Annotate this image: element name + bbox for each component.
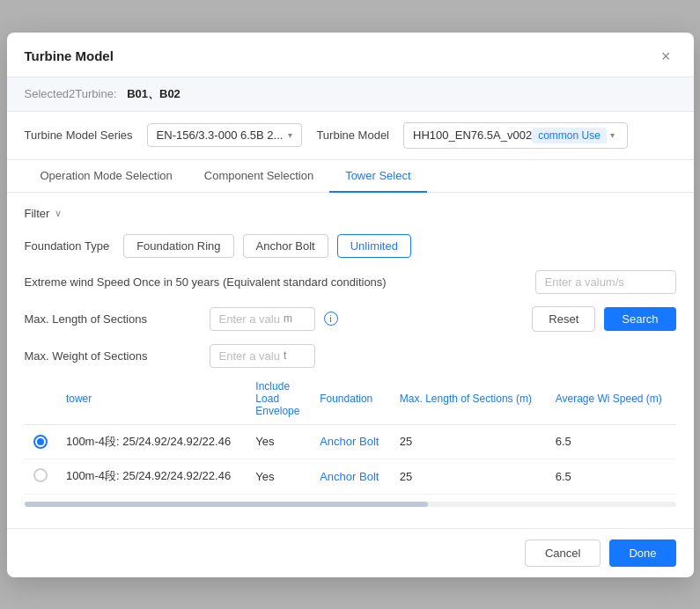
filter-label: Filter	[25, 207, 50, 220]
dialog-header: Turbine Model ×	[7, 33, 694, 77]
tabs: Operation Mode Selection Component Selec…	[7, 160, 694, 193]
turbine-model-series-select[interactable]: EN-156/3.3-000 6.5B 2... ▾	[147, 123, 303, 147]
selected-turbine-value: B01、B02	[127, 87, 181, 100]
tab-component[interactable]: Component Selection	[188, 160, 329, 193]
results-table: tower IncludeLoadEnvelope Foundation Max…	[25, 373, 676, 495]
turbine-model-series-value: EN-156/3.3-000 6.5B 2...	[157, 128, 284, 142]
turbine-model-select[interactable]: HH100_EN76.5A_v002 common Use ▾	[403, 122, 628, 149]
max-length-placeholder: Enter a valu	[219, 312, 280, 326]
common-use-badge: common Use	[532, 128, 607, 143]
max-weight-row: Max. Weight of Sections Enter a valu t	[25, 344, 676, 368]
tab-operation[interactable]: Operation Mode Selection	[25, 160, 188, 193]
wind-speed-placeholder: Enter a valum/s	[545, 275, 624, 289]
col-tower: tower	[57, 373, 247, 425]
turbine-model-series-label: Turbine Model Series	[25, 128, 133, 142]
max-weight-label: Max. Weight of Sections	[25, 349, 201, 363]
row1-include-load: Yes	[247, 424, 311, 459]
turbine-model-label: Turbine Model	[316, 128, 389, 142]
row2-max-length: 25	[391, 459, 547, 494]
anchor-bolt-button[interactable]: Anchor Bolt	[243, 234, 328, 258]
col-include-load: IncludeLoadEnvelope	[247, 373, 311, 425]
max-weight-unit: t	[284, 349, 286, 362]
wind-speed-input[interactable]: Enter a valum/s	[535, 270, 676, 294]
col-foundation: Foundation	[311, 373, 391, 425]
row2-include-load: Yes	[247, 459, 311, 494]
row1-radio[interactable]	[33, 435, 48, 449]
wind-speed-row: Extreme wind Speed Once in 50 years (Equ…	[25, 270, 676, 294]
filter-chevron-icon: ∨	[55, 208, 62, 219]
tower-select-content: Filter ∨ Foundation Type Foundation Ring…	[7, 193, 694, 528]
filter-bar[interactable]: Filter ∨	[25, 207, 676, 220]
row1-radio-cell[interactable]	[25, 424, 57, 459]
col-radio	[25, 373, 57, 425]
cancel-button[interactable]: Cancel	[525, 539, 601, 567]
row1-foundation: Anchor Bolt	[311, 424, 391, 459]
foundation-type-label: Foundation Type	[25, 239, 110, 253]
unlimited-button[interactable]: Unlimited	[337, 234, 411, 258]
foundation-type-row: Foundation Type Foundation Ring Anchor B…	[25, 234, 676, 258]
max-length-search-row: Max. Length of Sections Enter a valu m i…	[25, 306, 676, 332]
selected-turbine-bar: Selected2Turbine: B01、B02	[7, 77, 694, 112]
turbine-model-value: HH100_EN76.5A_v002	[413, 128, 532, 142]
tab-tower[interactable]: Tower Select	[329, 160, 426, 193]
row2-radio[interactable]	[33, 468, 48, 482]
horizontal-scrollbar[interactable]	[25, 502, 676, 507]
max-length-unit: m	[284, 312, 292, 325]
row2-tower: 100m-4段: 25/24.92/24.92/22.46	[57, 459, 247, 494]
search-button[interactable]: Search	[604, 307, 675, 331]
wind-speed-label: Extreme wind Speed Once in 50 years (Equ…	[25, 275, 527, 289]
max-weight-placeholder: Enter a valu	[219, 349, 280, 363]
row2-foundation: Anchor Bolt	[311, 459, 391, 494]
col-max-length: Max. Length of Sections (m)	[391, 373, 547, 425]
done-button[interactable]: Done	[609, 539, 675, 567]
selected-turbine-label: Selected2Turbine:	[25, 87, 117, 100]
row2-avg-wind: 6.5	[547, 459, 676, 494]
row2-radio-cell[interactable]	[25, 459, 57, 494]
table-row: 100m-4段: 25/24.92/24.92/22.46 Yes Anchor…	[25, 424, 676, 459]
turbine-model-dialog: Turbine Model × Selected2Turbine: B01、B0…	[7, 33, 694, 577]
scrollbar-thumb[interactable]	[25, 502, 429, 507]
max-weight-input[interactable]: Enter a valu t	[210, 344, 315, 368]
dialog-title: Turbine Model	[25, 48, 114, 63]
dialog-footer: Cancel Done	[7, 528, 694, 577]
turbine-model-chevron-icon: ▾	[607, 130, 618, 140]
max-length-label: Max. Length of Sections	[25, 312, 201, 326]
row1-max-length: 25	[391, 424, 547, 459]
table-header-row: tower IncludeLoadEnvelope Foundation Max…	[25, 373, 676, 425]
info-icon[interactable]: i	[324, 312, 338, 326]
model-series-row: Turbine Model Series EN-156/3.3-000 6.5B…	[7, 112, 694, 160]
row1-avg-wind: 6.5	[547, 424, 676, 459]
max-length-input[interactable]: Enter a valu m	[210, 307, 315, 331]
reset-button[interactable]: Reset	[532, 306, 595, 332]
chevron-down-icon: ▾	[288, 130, 292, 140]
table-row: 100m-4段: 25/24.92/24.92/22.46 Yes Anchor…	[25, 459, 676, 494]
close-button[interactable]: ×	[656, 47, 676, 66]
col-avg-wind: Average Wi Speed (m)	[547, 373, 676, 425]
foundation-ring-button[interactable]: Foundation Ring	[123, 234, 233, 258]
row1-tower: 100m-4段: 25/24.92/24.92/22.46	[57, 424, 247, 459]
